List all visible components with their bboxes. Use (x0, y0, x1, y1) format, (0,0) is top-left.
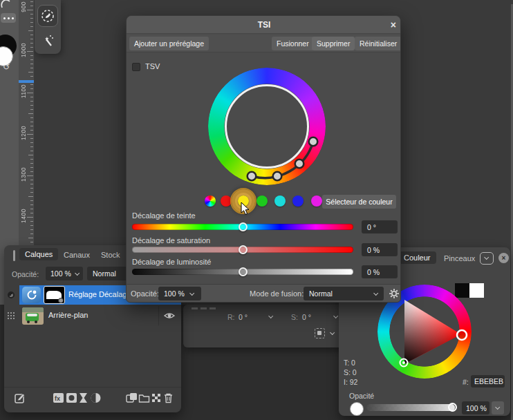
flood-select-tool-button[interactable] (39, 32, 56, 50)
current-colour-bubble[interactable] (350, 402, 364, 416)
master-colour-dot[interactable] (205, 195, 216, 207)
rotation-value[interactable]: 0 ° (239, 313, 248, 321)
intensite-readout: I: 92 (344, 378, 357, 386)
delete-button[interactable]: Supprimer (312, 37, 355, 50)
layer-pin-icon (8, 312, 9, 314)
dialog-title: TSI (258, 20, 271, 30)
add-preset-button[interactable]: Ajouter un préréglage (129, 37, 209, 50)
ruler-tick (30, 233, 33, 234)
panel-close-icon[interactable]: × (498, 253, 509, 263)
tab-pinceaux[interactable]: Pinceaux (441, 252, 478, 265)
hue-shift-value[interactable]: 0 ° (362, 220, 398, 233)
selection-brush-icon (40, 8, 55, 23)
ruler-tick (30, 43, 33, 44)
svg-text:fx: fx (55, 395, 60, 402)
gear-icon[interactable] (389, 288, 400, 299)
ruler-tick (27, 175, 33, 176)
live-filter-button[interactable] (90, 392, 102, 403)
mask-thumbnail[interactable] (44, 286, 65, 304)
ruler-tick (30, 1, 33, 2)
colour-range-dot[interactable] (311, 195, 322, 207)
tab-calques[interactable]: Calques (19, 248, 58, 260)
anchor-box-icon[interactable] (315, 328, 325, 338)
ruler-tick (30, 97, 33, 97)
dialog-titlebar[interactable]: TSI × (127, 16, 401, 34)
shear-dropdown-chevron[interactable] (333, 314, 339, 319)
colour-range-dot[interactable] (292, 195, 304, 207)
ruler-tick (30, 200, 33, 201)
opacity-slider-handle[interactable] (448, 403, 457, 412)
adjustment-thumbnail[interactable] (22, 287, 41, 303)
ruler-tick (27, 93, 33, 93)
ruler-tick (30, 14, 33, 15)
layer-effects-button[interactable]: fx (53, 392, 64, 403)
ruler-tick (30, 88, 33, 89)
colour-range-dot[interactable] (238, 195, 249, 207)
colour-picker-button[interactable]: Sélecteur de couleur (322, 195, 396, 209)
hue-shift-handle[interactable] (239, 222, 248, 231)
opacity-label: Opacité (349, 392, 374, 400)
layer-row-background[interactable]: Arrière-plan (4, 306, 181, 325)
grip-dash (192, 307, 198, 309)
hex-input[interactable]: EBEBEB (471, 375, 505, 388)
opacity-slider-track[interactable] (366, 404, 455, 411)
ruler-position-marker (19, 80, 34, 83)
saturation-shift-value[interactable]: 0 % (362, 243, 398, 256)
ruler-tick (30, 146, 33, 147)
divider (158, 306, 159, 325)
close-icon[interactable]: × (391, 19, 396, 31)
ruler-tick (27, 10, 33, 10)
rotation-label: R: (227, 313, 235, 321)
panel-menu-button[interactable] (480, 252, 494, 265)
rotation-dropdown-chevron[interactable] (268, 314, 274, 319)
ruler-tick (30, 180, 33, 180)
luminosity-shift-value[interactable]: 0 % (362, 265, 398, 278)
visibility-eye-icon[interactable] (163, 311, 176, 321)
hsl-adjustment-icon (26, 289, 38, 301)
luminosity-shift-handle[interactable] (239, 267, 248, 276)
reset-button[interactable]: Réinitialiser (355, 37, 401, 50)
image-thumbnail[interactable] (22, 307, 44, 325)
tab-stock[interactable]: Stock (98, 249, 123, 261)
reset-colours-icon[interactable]: ↺ (3, 62, 10, 72)
layers-opacity-label: Opacité: (12, 270, 39, 278)
more-tools-button[interactable] (1, 13, 16, 23)
merge-button[interactable]: Fusionner (272, 37, 314, 50)
ruler-tick (28, 30, 33, 31)
luminosity-shift-label: Décalage de luminosité (132, 258, 211, 266)
tab-couleur[interactable]: Couleur (398, 251, 436, 264)
selection-tools-flyout (35, 0, 61, 54)
shear-label: S: (291, 313, 298, 321)
ruler-tick (30, 122, 33, 122)
adjustment-layer-button[interactable] (77, 392, 89, 403)
ruler-tick (30, 221, 33, 222)
opacity-dropdown-button[interactable] (492, 401, 504, 414)
layers-opacity-dropdown[interactable]: 100 % (46, 267, 83, 280)
layer-name: Arrière-plan (48, 311, 88, 319)
ruler-tick (28, 155, 33, 155)
edit-layer-button[interactable] (14, 392, 26, 404)
primary-colour-swatch[interactable] (469, 283, 484, 298)
new-group-folder-button[interactable] (138, 392, 150, 403)
tsv-checkbox[interactable] (132, 63, 140, 71)
panel-grip[interactable] (13, 250, 15, 261)
lasso-tool-icon[interactable] (0, 0, 12, 9)
new-layer-button[interactable] (126, 392, 138, 403)
blend-mode-dropdown[interactable]: Normal (304, 287, 384, 300)
colour-range-dot[interactable] (256, 195, 268, 207)
selection-brush-tool-button[interactable] (37, 5, 58, 27)
footer-opacity-dropdown[interactable]: 100 % (158, 287, 201, 300)
colour-range-dot[interactable] (274, 195, 286, 207)
anchor-dropdown-chevron[interactable] (330, 330, 335, 336)
mask-layer-button[interactable] (66, 392, 77, 403)
shear-value[interactable]: 0 ° (302, 313, 311, 321)
saturation-shift-handle[interactable] (239, 245, 248, 254)
ruler-label: 1100 (20, 84, 27, 98)
hue-ring-handle[interactable] (457, 330, 467, 340)
delete-layer-trash-button[interactable] (163, 392, 174, 403)
opacity-value[interactable]: 100 % (462, 401, 489, 414)
layers-blend-dropdown[interactable]: Normal (87, 267, 127, 280)
tab-canaux[interactable]: Canaux (61, 249, 93, 261)
pattern-layer-button[interactable] (151, 392, 162, 403)
layer-edit-dot-icon[interactable] (8, 292, 15, 298)
